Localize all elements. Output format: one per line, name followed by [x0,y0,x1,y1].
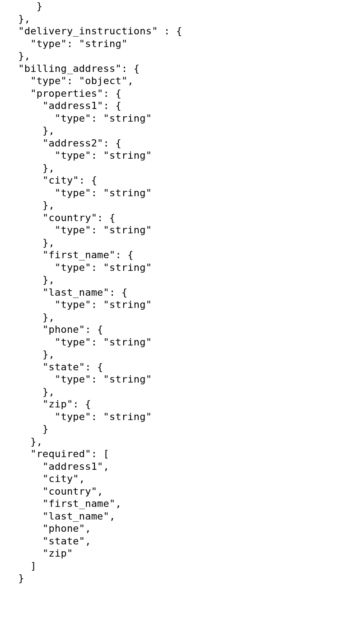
code-content: } }, "delivery_instructions" : { "type":… [0,0,182,584]
json-schema-code-block: } }, "delivery_instructions" : { "type":… [0,0,364,585]
